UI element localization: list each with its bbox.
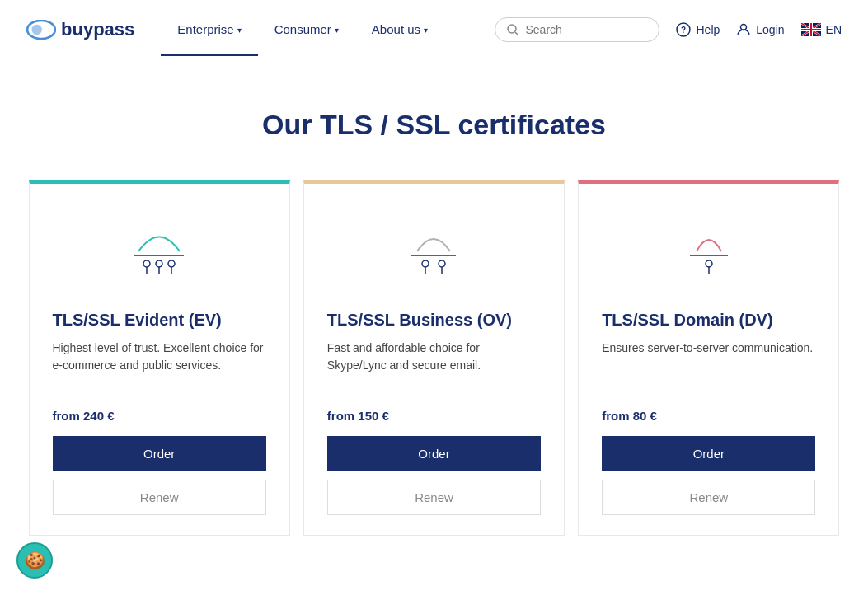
help-icon: ?: [676, 22, 691, 37]
chevron-down-icon: ▾: [424, 26, 428, 35]
card-ov-price: from 150 €: [327, 409, 541, 423]
nav-consumer[interactable]: Consumer ▾: [258, 2, 355, 56]
svg-point-19: [156, 260, 162, 267]
svg-point-29: [706, 260, 712, 267]
card-ev-title: TLS/SSL Evident (EV): [53, 311, 266, 330]
certificate-cards: TLS/SSL Evident (EV) Highest level of tr…: [22, 180, 847, 536]
ev-certificate-icon: [122, 210, 196, 284]
card-ev-price: from 240 €: [53, 409, 266, 423]
card-ev-order-button[interactable]: Order: [53, 436, 266, 471]
svg-point-21: [168, 260, 175, 267]
logo-text: buypass: [61, 19, 134, 40]
card-dv-price: from 80 €: [602, 409, 815, 423]
flag-uk-icon: [801, 23, 821, 36]
ov-certificate-icon: [396, 210, 471, 284]
card-dv-renew-button[interactable]: Renew: [602, 480, 815, 515]
card-ev-renew-button[interactable]: Renew: [53, 480, 266, 515]
cookie-icon: 🍪: [25, 550, 45, 569]
card-ov-order-button[interactable]: Order: [327, 436, 541, 471]
svg-point-2: [508, 25, 516, 33]
card-ov: TLS/SSL Business (OV) Fast and affordabl…: [303, 180, 565, 536]
card-ov-icon-area: [327, 210, 541, 284]
dv-certificate-icon: [672, 210, 746, 284]
svg-point-24: [422, 260, 429, 267]
language-selector[interactable]: EN: [801, 23, 842, 36]
page-title: Our TLS / SSL certificates: [16, 109, 852, 141]
user-icon: [736, 22, 751, 37]
help-button[interactable]: ? Help: [676, 22, 720, 37]
svg-point-26: [439, 260, 445, 267]
card-ev: TLS/SSL Evident (EV) Highest level of tr…: [29, 180, 290, 536]
nav-enterprise[interactable]: Enterprise ▾: [161, 2, 257, 56]
search-icon: [507, 24, 518, 35]
card-dv: TLS/SSL Domain (DV) Ensures server-to-se…: [578, 180, 839, 536]
svg-point-1: [31, 24, 41, 34]
svg-text:?: ?: [681, 26, 686, 35]
nav-about-us[interactable]: About us ▾: [355, 2, 444, 56]
card-ev-desc: Highest level of trust. Excellent choice…: [53, 340, 266, 389]
card-dv-title: TLS/SSL Domain (DV): [602, 311, 815, 330]
header-right: ? Help Login EN: [495, 17, 842, 42]
card-ov-desc: Fast and affordable choice for Skype/Lyn…: [327, 340, 541, 389]
svg-point-17: [143, 260, 150, 267]
chevron-down-icon: ▾: [335, 26, 339, 35]
card-ov-title: TLS/SSL Business (OV): [327, 311, 541, 330]
main-content: Our TLS / SSL certificates: [0, 59, 868, 569]
logo[interactable]: buypass: [26, 19, 134, 40]
card-ev-icon-area: [53, 210, 266, 284]
chevron-down-icon: ▾: [237, 26, 242, 35]
logo-icon: [26, 20, 56, 40]
svg-line-3: [515, 32, 518, 35]
header: buypass Enterprise ▾ Consumer ▾ About us…: [0, 0, 868, 59]
main-nav: Enterprise ▾ Consumer ▾ About us ▾: [161, 2, 495, 56]
login-button[interactable]: Login: [736, 22, 784, 37]
card-dv-order-button[interactable]: Order: [602, 436, 815, 471]
search-input[interactable]: [525, 23, 647, 36]
card-dv-desc: Ensures server-to-server communication.: [602, 340, 815, 389]
card-ov-renew-button[interactable]: Renew: [327, 480, 541, 515]
search-box[interactable]: [495, 17, 659, 42]
card-dv-icon-area: [602, 210, 815, 284]
svg-rect-15: [801, 29, 821, 30]
